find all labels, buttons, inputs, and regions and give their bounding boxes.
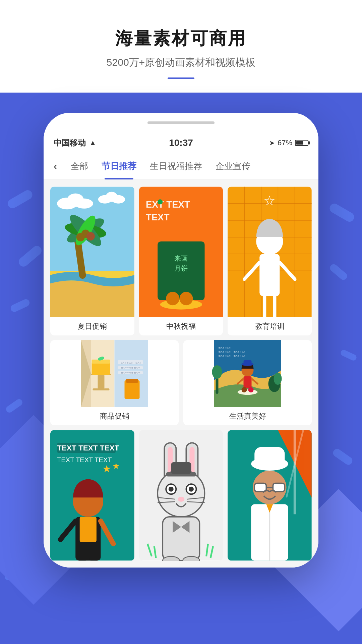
svg-point-25: [166, 292, 179, 305]
svg-point-16: [86, 232, 95, 240]
bg-pill: [331, 447, 354, 467]
svg-rect-121: [273, 483, 285, 492]
svg-point-20: [158, 199, 163, 204]
svg-point-76: [274, 373, 282, 385]
svg-rect-120: [255, 483, 266, 492]
svg-text:TEXT TEXT TEXT: TEXT TEXT TEXT: [57, 456, 112, 464]
svg-rect-118: [255, 447, 285, 467]
battery-icon: [295, 140, 308, 146]
battery-bar: [295, 140, 308, 146]
card-life-label: 生活真美好: [183, 407, 312, 425]
phone-indicator: [147, 121, 215, 124]
svg-text:EXT TEXT: EXT TEXT: [146, 199, 190, 210]
back-button[interactable]: ‹: [50, 157, 61, 176]
tab-birthday[interactable]: 生日祝福推荐: [143, 153, 209, 179]
card-chef[interactable]: [228, 430, 312, 561]
svg-point-95: [158, 470, 204, 517]
svg-rect-59: [126, 379, 138, 383]
svg-rect-66: [244, 376, 252, 388]
svg-rect-48: [93, 388, 110, 390]
bg-pill: [9, 298, 31, 313]
page-subtitle: 5200万+原创动画素材和视频模板: [13, 56, 349, 69]
card-product-label: 商品促销: [50, 407, 179, 425]
bg-pill: [5, 398, 24, 414]
svg-rect-47: [98, 375, 105, 388]
svg-text:月饼: 月饼: [174, 265, 188, 272]
battery-percent: 67%: [278, 139, 292, 147]
card-teal[interactable]: TEXT TEXT TEXT TEXT TEXT TEXT ★ ★: [50, 430, 134, 561]
svg-rect-86: [78, 558, 86, 561]
content-area: 夏日促销 EXT TEXT TEXT: [44, 180, 318, 568]
card-life-image: TEXT TEXT TEXT TEXT TEXT TEXT TEXT TEXT …: [183, 340, 312, 407]
phone-notch: [44, 113, 318, 133]
bg-pill: [340, 349, 358, 361]
svg-text:TEXT TEXT TEXT TEXT: TEXT TEXT TEXT TEXT: [218, 354, 247, 357]
grid-row-2: TEXT TEXT TEXT TEXT TEXT TEXT TEXT TEXT …: [50, 340, 312, 425]
status-bar-left: 中国移动 ▲: [54, 138, 97, 148]
bg-pill: [4, 565, 20, 581]
status-bar-time: 10:37: [169, 138, 193, 148]
wifi-icon: ▲: [89, 139, 97, 147]
grid-row-1: 夏日促销 EXT TEXT TEXT: [50, 186, 312, 335]
svg-text:TEXT TEXT: TEXT TEXT: [218, 346, 232, 349]
card-autumn-image: EXT TEXT TEXT 来画 月饼: [139, 186, 223, 317]
card-summer-label: 夏日促销: [50, 317, 134, 335]
card-edu-label: 教育培训: [228, 317, 312, 335]
card-product-image: TEXT TEXT TEXT TEXT TEXT TEXT TEXT TEXT …: [50, 340, 179, 407]
card-autumn-label: 中秋祝福: [139, 317, 223, 335]
bg-pill: [326, 533, 353, 549]
phone-frame: 中国移动 ▲ 10:37 ➤ 67% ‹ 全部 节日推荐 生日祝福推荐 企业宣传: [44, 113, 318, 568]
card-summer[interactable]: 夏日促销: [50, 186, 134, 335]
card-edu[interactable]: ☆: [228, 186, 312, 335]
grid-row-3: TEXT TEXT TEXT TEXT TEXT TEXT ★ ★: [50, 430, 312, 561]
svg-point-98: [168, 487, 173, 492]
svg-point-15: [76, 233, 85, 241]
svg-text:☆: ☆: [264, 193, 276, 208]
svg-rect-85: [80, 517, 97, 542]
card-summer-image: [50, 186, 134, 317]
svg-text:TEXT: TEXT: [146, 212, 170, 222]
bg-pill: [328, 202, 356, 223]
location-icon: ➤: [269, 139, 275, 147]
tab-holiday[interactable]: 节日推荐: [95, 153, 143, 179]
svg-point-99: [189, 487, 194, 492]
svg-text:TEXT TEXT TEXT: TEXT TEXT TEXT: [121, 372, 140, 374]
svg-rect-49: [92, 362, 110, 375]
card-rabbit[interactable]: [139, 430, 223, 561]
svg-point-70: [242, 387, 247, 392]
svg-point-69: [238, 389, 258, 395]
bg-pill: [8, 499, 33, 516]
svg-text:TEXT TEXT TEXT: TEXT TEXT TEXT: [121, 367, 140, 369]
bg-pill: [6, 189, 34, 210]
card-teal-image: TEXT TEXT TEXT TEXT TEXT TEXT ★ ★: [50, 430, 134, 561]
status-bar-right: ➤ 67%: [269, 139, 308, 147]
page-title: 海量素材可商用: [13, 27, 349, 50]
card-life[interactable]: TEXT TEXT TEXT TEXT TEXT TEXT TEXT TEXT …: [183, 340, 312, 425]
svg-rect-106: [171, 462, 191, 474]
svg-rect-87: [90, 558, 98, 561]
svg-rect-65: [244, 360, 252, 365]
nav-tabs: ‹ 全部 节日推荐 生日祝福推荐 企业宣传: [44, 153, 318, 180]
page-header: 海量素材可商用 5200万+原创动画素材和视频模板: [0, 0, 362, 93]
card-rabbit-image: [139, 430, 223, 561]
svg-text:TEXT TEXT TEXT TEXT: TEXT TEXT TEXT TEXT: [218, 350, 247, 353]
svg-text:TEXT TEXT TEXT: TEXT TEXT TEXT: [119, 361, 141, 364]
tab-enterprise[interactable]: 企业宣传: [209, 153, 257, 179]
svg-text:来画: 来画: [174, 255, 188, 262]
svg-text:★: ★: [102, 463, 111, 474]
status-bar: 中国移动 ▲ 10:37 ➤ 67%: [44, 133, 318, 153]
phone-mockup: 中国移动 ▲ 10:37 ➤ 67% ‹ 全部 节日推荐 生日祝福推荐 企业宣传: [44, 113, 318, 568]
bg-pill: [328, 263, 349, 281]
tab-all[interactable]: 全部: [64, 153, 95, 179]
bg-pill: [17, 244, 43, 269]
svg-point-3: [75, 199, 93, 209]
svg-point-26: [179, 292, 193, 305]
svg-text:★: ★: [112, 461, 120, 471]
svg-point-71: [248, 387, 254, 392]
svg-rect-58: [125, 380, 140, 399]
svg-point-6: [112, 195, 125, 204]
svg-text:TEXT TEXT TEXT: TEXT TEXT TEXT: [57, 444, 119, 452]
card-product[interactable]: TEXT TEXT TEXT TEXT TEXT TEXT TEXT TEXT …: [50, 340, 179, 425]
card-autumn[interactable]: EXT TEXT TEXT 来画 月饼: [139, 186, 223, 335]
svg-point-100: [178, 497, 184, 502]
